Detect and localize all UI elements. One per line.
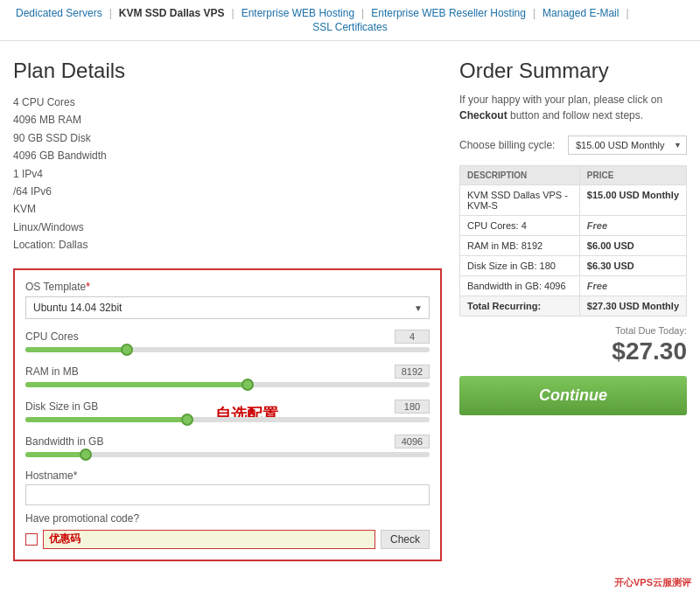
cpu-label: CPU Cores	[25, 330, 79, 343]
order-row-desc: CPU Cores: 4	[460, 216, 580, 236]
cpu-slider-fill	[25, 347, 127, 352]
bandwidth-slider-track[interactable]	[25, 452, 430, 457]
billing-row: Choose billing cycle: $15.00 USD Monthly…	[459, 136, 687, 155]
bandwidth-slider-fill	[25, 452, 86, 457]
order-table: DESCRIPTION PRICE KVM SSD Dallas VPS - K…	[459, 165, 687, 316]
bandwidth-slider-header: Bandwidth in GB 4096	[25, 435, 430, 448]
order-title: Order Summary	[459, 59, 687, 83]
continue-button[interactable]: Continue	[459, 376, 687, 415]
promo-row: Check	[25, 530, 430, 549]
order-row-desc: RAM in MB: 8192	[460, 236, 580, 256]
ram-label: RAM in MB	[25, 365, 79, 378]
order-row-desc: Bandwidth in GB: 4096	[460, 276, 580, 296]
order-row-price: $15.00 USD Monthly	[579, 185, 686, 216]
ram-slider-header: RAM in MB 8192	[25, 365, 430, 379]
plan-title: Plan Details	[13, 59, 442, 83]
spec-location: Location: Dallas	[13, 236, 442, 254]
order-table-row: CPU Cores: 4Free	[460, 216, 687, 236]
left-column: Plan Details 4 CPU Cores 4096 MB RAM 90 …	[13, 59, 442, 561]
promo-label: Have promotional code?	[25, 512, 430, 525]
order-row-price: $27.30 USD Monthly	[579, 296, 686, 316]
disk-slider-thumb[interactable]	[181, 414, 193, 426]
bandwidth-value: 4096	[395, 435, 430, 448]
plan-specs: 4 CPU Cores 4096 MB RAM 90 GB SSD Disk 4…	[13, 94, 442, 254]
billing-select-wrapper: $15.00 USD Monthly $150.00 USD Yearly	[568, 136, 687, 155]
billing-label: Choose billing cycle:	[459, 139, 555, 151]
order-table-row: Disk Size in GB: 180$6.30 USD	[460, 256, 687, 276]
order-row-price: $6.30 USD	[579, 256, 686, 276]
main-content: Plan Details 4 CPU Cores 4096 MB RAM 90 …	[0, 41, 700, 579]
ram-slider-fill	[25, 382, 248, 387]
spec-kvm: KVM	[13, 200, 442, 218]
billing-cycle-select[interactable]: $15.00 USD Monthly $150.00 USD Yearly	[568, 136, 687, 155]
os-required-marker: *	[86, 281, 90, 293]
order-row-price: $6.00 USD	[579, 236, 686, 256]
promo-input[interactable]	[43, 530, 375, 549]
cpu-value: 4	[395, 330, 430, 344]
nav-ssl[interactable]: SSL Certificates	[305, 21, 395, 33]
bandwidth-label: Bandwidth in GB	[25, 435, 103, 448]
order-table-row: RAM in MB: 8192$6.00 USD	[460, 236, 687, 256]
hostname-row: Hostname*	[25, 469, 430, 505]
order-row-desc: Total Recurring:	[460, 296, 580, 316]
nav-dedicated-servers[interactable]: Dedicated Servers	[9, 7, 109, 19]
nav-enterprise-reseller[interactable]: Enterprise WEB Reseller Hosting	[364, 7, 533, 19]
spec-cpu: 4 CPU Cores	[13, 94, 442, 111]
hostname-label: Hostname*	[25, 469, 430, 482]
ram-slider-thumb[interactable]	[242, 379, 254, 391]
promo-checkbox[interactable]	[25, 533, 38, 546]
order-row-desc: KVM SSD Dallas VPS - KVM-S	[460, 185, 580, 216]
ram-value: 8192	[395, 365, 430, 379]
order-description: If your happy with your plan, please cli…	[459, 92, 687, 123]
total-due-amount: $27.30	[459, 337, 687, 365]
bandwidth-slider-thumb[interactable]	[80, 448, 92, 461]
spec-bandwidth: 4096 GB Bandwidth	[13, 147, 442, 164]
col-price: PRICE	[579, 166, 686, 185]
order-table-row: KVM SSD Dallas VPS - KVM-S$15.00 USD Mon…	[460, 185, 687, 216]
disk-slider-fill	[25, 417, 187, 422]
disk-slider-track[interactable]	[25, 417, 430, 422]
col-description: DESCRIPTION	[460, 166, 580, 185]
os-template-label: OS Template*	[25, 281, 430, 293]
os-template-select-wrapper: Ubuntu 14.04 32bit Ubuntu 14.04 64bit Ce…	[25, 296, 430, 319]
hostname-input[interactable]	[25, 484, 430, 505]
total-due-label: Total Due Today:	[459, 325, 687, 336]
cpu-slider-header: CPU Cores 4	[25, 330, 430, 344]
bandwidth-slider-row: Bandwidth in GB 4096	[25, 435, 430, 457]
cpu-slider-thumb[interactable]	[121, 344, 133, 356]
config-box: 自选配置 OS Template* Ubuntu 14.04 32bit Ubu…	[13, 268, 442, 561]
ram-slider-row: RAM in MB 8192	[25, 365, 430, 387]
nav-managed-email[interactable]: Managed E-Mail	[536, 7, 626, 19]
order-row-price: Free	[579, 216, 686, 236]
spec-ipv6: /64 IPv6	[13, 183, 442, 200]
disk-slider-row: Disk Size in GB 180	[25, 400, 430, 422]
disk-label: Disk Size in GB	[25, 400, 98, 413]
spec-ram: 4096 MB RAM	[13, 111, 442, 129]
right-column: Order Summary If your happy with your pl…	[459, 59, 687, 561]
cpu-slider-row: CPU Cores 4	[25, 330, 430, 352]
spec-disk: 90 GB SSD Disk	[13, 129, 442, 147]
disk-slider-header: Disk Size in GB 180	[25, 400, 430, 414]
os-template-select[interactable]: Ubuntu 14.04 32bit Ubuntu 14.04 64bit Ce…	[25, 296, 430, 319]
order-row-price: Free	[579, 276, 686, 296]
nav-sep-5: |	[626, 7, 628, 19]
ram-slider-track[interactable]	[25, 382, 430, 387]
nav-enterprise-web[interactable]: Enterprise WEB Hosting	[234, 7, 361, 19]
order-row-desc: Disk Size in GB: 180	[460, 256, 580, 276]
spec-ipv4: 1 IPv4	[13, 165, 442, 183]
promo-check-button[interactable]: Check	[381, 530, 430, 549]
top-navigation: Dedicated Servers | KVM SSD Dallas VPS |…	[0, 0, 700, 41]
nav-kvm-vps[interactable]: KVM SSD Dallas VPS	[112, 7, 232, 19]
spec-os: Linux/Windows	[13, 219, 442, 236]
cpu-slider-track[interactable]	[25, 347, 430, 352]
disk-value: 180	[395, 400, 430, 414]
order-table-row: Bandwidth in GB: 4096Free	[460, 276, 687, 296]
order-table-row: Total Recurring:$27.30 USD Monthly	[460, 296, 687, 316]
